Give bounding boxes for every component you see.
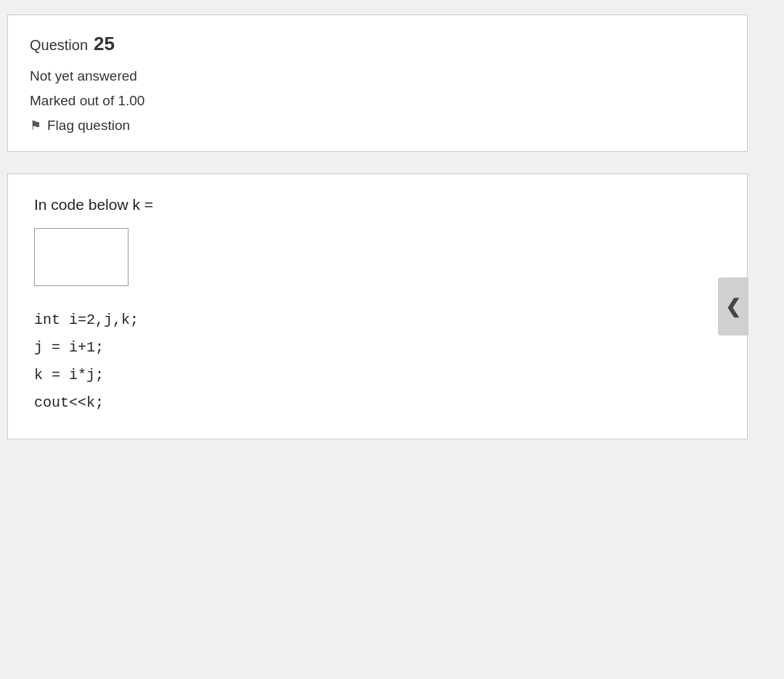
code-line-2: j = i+1; xyxy=(34,334,721,362)
flag-question-button[interactable]: ⚑ Flag question xyxy=(30,118,725,134)
page-wrapper: Question 25 Not yet answered Marked out … xyxy=(0,0,784,454)
code-line-3: k = i*j; xyxy=(34,362,721,389)
info-card: Question 25 Not yet answered Marked out … xyxy=(7,15,748,152)
question-label: Question xyxy=(30,37,88,54)
question-header: Question 25 xyxy=(30,33,725,55)
flag-label: Flag question xyxy=(47,118,130,134)
status-line: Not yet answered xyxy=(30,68,725,84)
code-line-4: cout<<k; xyxy=(34,389,721,417)
code-block: int i=2,j,k; j = i+1; k = i*j; cout<<k; xyxy=(34,306,721,417)
question-text: In code below k = xyxy=(34,196,721,214)
collapse-chevron-button[interactable]: ❮ xyxy=(718,277,748,336)
question-card: In code below k = int i=2,j,k; j = i+1; … xyxy=(7,174,748,439)
marked-line: Marked out of 1.00 xyxy=(30,93,725,109)
answer-input[interactable] xyxy=(34,228,128,286)
question-number: 25 xyxy=(94,33,115,55)
code-line-1: int i=2,j,k; xyxy=(34,306,721,334)
flag-icon: ⚑ xyxy=(30,118,41,134)
chevron-left-icon: ❮ xyxy=(725,296,741,318)
